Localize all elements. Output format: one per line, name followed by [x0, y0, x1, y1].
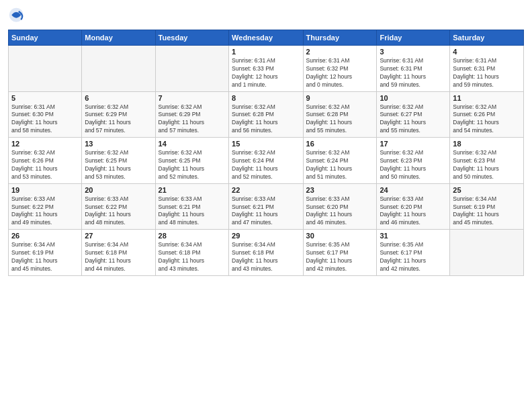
calendar-cell: 18Sunrise: 6:32 AM Sunset: 6:23 PM Dayli… — [450, 138, 524, 184]
day-number: 7 — [159, 94, 226, 102]
day-info: Sunrise: 6:32 AM Sunset: 6:29 PM Dayligh… — [85, 103, 152, 136]
day-info: Sunrise: 6:32 AM Sunset: 6:28 PM Dayligh… — [306, 103, 374, 136]
calendar-cell: 5Sunrise: 6:31 AM Sunset: 6:30 PM Daylig… — [9, 91, 82, 138]
day-info: Sunrise: 6:32 AM Sunset: 6:23 PM Dayligh… — [453, 149, 521, 181]
day-number: 26 — [11, 232, 79, 240]
calendar-cell: 20Sunrise: 6:33 AM Sunset: 6:22 PM Dayli… — [82, 183, 155, 230]
day-info: Sunrise: 6:32 AM Sunset: 6:23 PM Dayligh… — [380, 149, 447, 181]
day-number: 11 — [453, 94, 521, 102]
day-info: Sunrise: 6:35 AM Sunset: 6:17 PM Dayligh… — [306, 241, 374, 273]
day-number: 23 — [306, 186, 374, 194]
day-number: 25 — [453, 186, 521, 194]
calendar-cell: 8Sunrise: 6:32 AM Sunset: 6:28 PM Daylig… — [229, 91, 303, 138]
calendar-cell: 7Sunrise: 6:32 AM Sunset: 6:29 PM Daylig… — [155, 91, 228, 138]
day-info: Sunrise: 6:33 AM Sunset: 6:22 PM Dayligh… — [85, 195, 152, 228]
calendar-cell: 19Sunrise: 6:33 AM Sunset: 6:22 PM Dayli… — [9, 183, 82, 230]
calendar-cell: 15Sunrise: 6:32 AM Sunset: 6:24 PM Dayli… — [229, 138, 303, 184]
header — [8, 7, 524, 26]
day-number: 2 — [306, 48, 374, 56]
day-info: Sunrise: 6:35 AM Sunset: 6:17 PM Dayligh… — [380, 241, 447, 273]
page-container: SundayMondayTuesdayWednesdayThursdayFrid… — [0, 0, 532, 411]
calendar-cell: 28Sunrise: 6:34 AM Sunset: 6:18 PM Dayli… — [155, 230, 228, 276]
day-info: Sunrise: 6:32 AM Sunset: 6:25 PM Dayligh… — [159, 149, 226, 181]
calendar-cell: 27Sunrise: 6:34 AM Sunset: 6:18 PM Dayli… — [82, 230, 155, 276]
calendar-week-4: 26Sunrise: 6:34 AM Sunset: 6:19 PM Dayli… — [9, 230, 524, 276]
calendar-cell: 23Sunrise: 6:33 AM Sunset: 6:20 PM Dayli… — [303, 183, 377, 230]
day-info: Sunrise: 6:33 AM Sunset: 6:20 PM Dayligh… — [306, 195, 374, 228]
day-info: Sunrise: 6:32 AM Sunset: 6:28 PM Dayligh… — [232, 103, 300, 136]
day-info: Sunrise: 6:32 AM Sunset: 6:29 PM Dayligh… — [159, 103, 226, 136]
day-info: Sunrise: 6:34 AM Sunset: 6:18 PM Dayligh… — [85, 241, 152, 273]
calendar-cell: 17Sunrise: 6:32 AM Sunset: 6:23 PM Dayli… — [377, 138, 450, 184]
logo — [8, 7, 30, 26]
day-number: 13 — [85, 140, 152, 148]
calendar-table: SundayMondayTuesdayWednesdayThursdayFrid… — [8, 30, 524, 276]
calendar-cell: 14Sunrise: 6:32 AM Sunset: 6:25 PM Dayli… — [155, 138, 228, 184]
day-number: 17 — [380, 140, 447, 148]
day-info: Sunrise: 6:34 AM Sunset: 6:18 PM Dayligh… — [232, 241, 300, 273]
day-info: Sunrise: 6:31 AM Sunset: 6:30 PM Dayligh… — [11, 103, 79, 136]
day-info: Sunrise: 6:31 AM Sunset: 6:31 PM Dayligh… — [453, 57, 521, 89]
calendar-cell: 26Sunrise: 6:34 AM Sunset: 6:19 PM Dayli… — [9, 230, 82, 276]
day-number: 1 — [232, 48, 300, 56]
day-info: Sunrise: 6:33 AM Sunset: 6:21 PM Dayligh… — [232, 195, 300, 228]
weekday-header-tuesday: Tuesday — [155, 30, 228, 46]
calendar-cell: 16Sunrise: 6:32 AM Sunset: 6:24 PM Dayli… — [303, 138, 377, 184]
day-info: Sunrise: 6:34 AM Sunset: 6:19 PM Dayligh… — [453, 195, 521, 228]
weekday-header-thursday: Thursday — [303, 30, 377, 46]
calendar-cell: 12Sunrise: 6:32 AM Sunset: 6:26 PM Dayli… — [9, 138, 82, 184]
day-number: 10 — [380, 94, 447, 102]
day-number: 14 — [159, 140, 226, 148]
day-info: Sunrise: 6:31 AM Sunset: 6:31 PM Dayligh… — [380, 57, 447, 89]
calendar-cell: 29Sunrise: 6:34 AM Sunset: 6:18 PM Dayli… — [229, 230, 303, 276]
day-number: 19 — [11, 186, 79, 194]
day-number: 29 — [232, 232, 300, 240]
day-info: Sunrise: 6:33 AM Sunset: 6:20 PM Dayligh… — [380, 195, 447, 228]
day-number: 31 — [380, 232, 447, 240]
day-number: 20 — [85, 186, 152, 194]
weekday-header-saturday: Saturday — [450, 30, 524, 46]
day-number: 18 — [453, 140, 521, 148]
calendar-cell: 31Sunrise: 6:35 AM Sunset: 6:17 PM Dayli… — [377, 230, 450, 276]
day-number: 27 — [85, 232, 152, 240]
calendar-cell: 13Sunrise: 6:32 AM Sunset: 6:25 PM Dayli… — [82, 138, 155, 184]
calendar-cell — [9, 46, 82, 92]
calendar-week-2: 12Sunrise: 6:32 AM Sunset: 6:26 PM Dayli… — [9, 138, 524, 184]
day-info: Sunrise: 6:31 AM Sunset: 6:32 PM Dayligh… — [306, 57, 374, 89]
day-number: 8 — [232, 94, 300, 102]
day-number: 12 — [11, 140, 79, 148]
day-info: Sunrise: 6:32 AM Sunset: 6:25 PM Dayligh… — [85, 149, 152, 181]
calendar-week-3: 19Sunrise: 6:33 AM Sunset: 6:22 PM Dayli… — [9, 183, 524, 230]
calendar-week-0: 1Sunrise: 6:31 AM Sunset: 6:33 PM Daylig… — [9, 46, 524, 92]
day-number: 28 — [159, 232, 226, 240]
day-info: Sunrise: 6:32 AM Sunset: 6:24 PM Dayligh… — [306, 149, 374, 181]
calendar-cell: 3Sunrise: 6:31 AM Sunset: 6:31 PM Daylig… — [377, 46, 450, 92]
calendar-cell: 24Sunrise: 6:33 AM Sunset: 6:20 PM Dayli… — [377, 183, 450, 230]
calendar-cell: 9Sunrise: 6:32 AM Sunset: 6:28 PM Daylig… — [303, 91, 377, 138]
calendar-cell: 22Sunrise: 6:33 AM Sunset: 6:21 PM Dayli… — [229, 183, 303, 230]
calendar-cell — [450, 230, 524, 276]
day-info: Sunrise: 6:32 AM Sunset: 6:26 PM Dayligh… — [453, 103, 521, 136]
weekday-header-wednesday: Wednesday — [229, 30, 303, 46]
day-info: Sunrise: 6:32 AM Sunset: 6:24 PM Dayligh… — [232, 149, 300, 181]
calendar-cell — [155, 46, 228, 92]
day-number: 16 — [306, 140, 374, 148]
calendar-cell: 4Sunrise: 6:31 AM Sunset: 6:31 PM Daylig… — [450, 46, 524, 92]
day-number: 30 — [306, 232, 374, 240]
calendar-cell: 10Sunrise: 6:32 AM Sunset: 6:27 PM Dayli… — [377, 91, 450, 138]
day-info: Sunrise: 6:33 AM Sunset: 6:21 PM Dayligh… — [159, 195, 226, 228]
day-number: 15 — [232, 140, 300, 148]
calendar-cell: 21Sunrise: 6:33 AM Sunset: 6:21 PM Dayli… — [155, 183, 228, 230]
day-info: Sunrise: 6:34 AM Sunset: 6:19 PM Dayligh… — [11, 241, 79, 273]
calendar-cell: 1Sunrise: 6:31 AM Sunset: 6:33 PM Daylig… — [229, 46, 303, 92]
calendar-week-1: 5Sunrise: 6:31 AM Sunset: 6:30 PM Daylig… — [9, 91, 524, 138]
day-number: 6 — [85, 94, 152, 102]
day-info: Sunrise: 6:32 AM Sunset: 6:27 PM Dayligh… — [380, 103, 447, 136]
day-info: Sunrise: 6:31 AM Sunset: 6:33 PM Dayligh… — [232, 57, 300, 89]
calendar-cell — [82, 46, 155, 92]
weekday-header-sunday: Sunday — [9, 30, 82, 46]
calendar-cell: 2Sunrise: 6:31 AM Sunset: 6:32 PM Daylig… — [303, 46, 377, 92]
calendar-cell: 30Sunrise: 6:35 AM Sunset: 6:17 PM Dayli… — [303, 230, 377, 276]
calendar-cell: 6Sunrise: 6:32 AM Sunset: 6:29 PM Daylig… — [82, 91, 155, 138]
day-number: 22 — [232, 186, 300, 194]
